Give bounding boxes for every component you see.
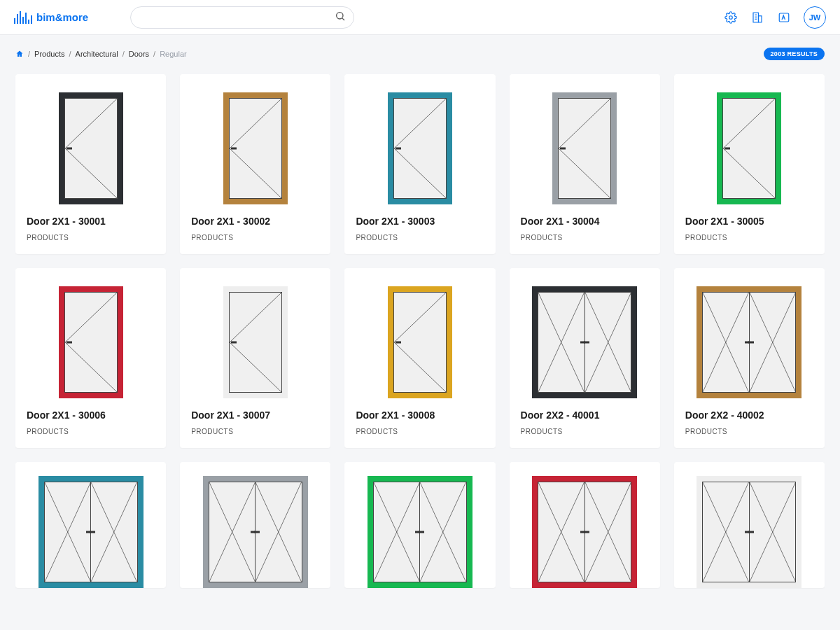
product-title: Door 2X1 - 30006 [27,410,155,421]
product-category: PRODUCTS [27,428,155,435]
svg-line-9 [65,99,117,148]
door-icon [203,476,308,588]
product-title: Door 2X1 - 30005 [685,216,813,227]
product-title: Door 2X1 - 30007 [191,410,319,421]
product-card[interactable]: Door 2X2 - 40007PRODUCTS [674,462,825,588]
product-thumbnail [15,268,166,401]
svg-line-24 [394,342,446,392]
door-icon [368,476,472,588]
header-actions: JW [724,6,826,29]
crumb-doors[interactable]: Doors [129,50,149,58]
product-thumbnail [510,74,660,207]
search-icon[interactable] [335,10,346,24]
svg-line-15 [559,99,610,148]
svg-point-0 [337,12,343,18]
product-card[interactable]: Door 2X2 - 40001PRODUCTS [510,268,660,448]
product-title: Door 2X1 - 30008 [356,410,484,421]
svg-rect-3 [753,13,759,22]
door-icon [552,92,617,204]
language-icon[interactable] [777,10,791,24]
product-card[interactable]: Door 2X1 - 30008PRODUCTS [344,268,495,448]
product-title: Door 2X2 - 40002 [685,410,813,421]
product-category: PRODUCTS [521,428,649,435]
product-thumbnail [510,462,660,588]
product-card[interactable]: Door 2X1 - 30001PRODUCTS [15,74,166,254]
product-thumbnail [674,462,825,588]
results-count-badge: 2003 RESULTS [764,48,825,60]
svg-line-21 [230,293,281,342]
product-card[interactable]: Door 2X2 - 40006PRODUCTS [510,462,660,588]
svg-line-16 [559,148,610,198]
product-title: Door 2X1 - 30001 [27,216,155,227]
logo-mark-icon [14,11,32,24]
search-input[interactable] [130,6,354,29]
svg-line-1 [342,18,344,20]
door-icon [59,286,123,398]
door-icon [223,92,288,204]
svg-line-23 [394,293,446,342]
product-thumbnail [674,74,825,207]
product-category: PRODUCTS [27,234,155,241]
product-category: PRODUCTS [685,234,813,241]
breadcrumb-row: / Products / Architectural / Doors / Reg… [0,35,840,70]
product-thumbnail [344,74,495,207]
home-icon[interactable] [15,50,24,58]
search-container [130,6,354,29]
svg-line-13 [394,99,446,148]
user-avatar[interactable]: JW [804,6,826,29]
product-card[interactable]: Door 2X2 - 40004PRODUCTS [180,462,330,588]
door-icon [223,286,288,398]
door-icon [717,92,781,204]
avatar-initials: JW [809,13,821,22]
settings-icon[interactable] [724,10,738,24]
product-thumbnail [180,462,330,588]
product-card[interactable]: Door 2X1 - 30007PRODUCTS [180,268,330,448]
product-card[interactable]: Door 2X2 - 40003PRODUCTS [15,462,166,588]
svg-line-11 [230,99,281,148]
product-thumbnail [180,74,330,207]
svg-line-22 [230,342,281,392]
product-card[interactable]: Door 2X1 - 30004PRODUCTS [510,74,660,254]
door-icon [532,476,637,588]
crumb-products[interactable]: Products [34,50,64,58]
product-card[interactable]: Door 2X1 - 30003PRODUCTS [344,74,495,254]
product-card[interactable]: Door 2X1 - 30005PRODUCTS [674,74,825,254]
product-thumbnail [15,74,166,207]
door-icon [59,92,123,204]
product-grid: Door 2X1 - 30001PRODUCTS Door 2X1 - 3000… [0,70,840,603]
product-card[interactable]: Door 2X2 - 40005PRODUCTS [344,462,495,588]
product-card[interactable]: Door 2X1 - 30002PRODUCTS [180,74,330,254]
product-category: PRODUCTS [356,428,484,435]
product-card[interactable]: Door 2X1 - 30006PRODUCTS [15,268,166,448]
product-category: PRODUCTS [191,234,319,241]
product-card[interactable]: Door 2X2 - 40002PRODUCTS [674,268,825,448]
breadcrumb: / Products / Architectural / Doors / Reg… [15,50,187,58]
product-title: Door 2X2 - 40001 [521,410,649,421]
building-icon[interactable] [750,10,764,24]
product-title: Door 2X1 - 30003 [356,216,484,227]
svg-line-10 [65,148,117,198]
brand-logo[interactable]: bim&more [14,11,88,24]
product-thumbnail [510,268,660,401]
product-thumbnail [15,462,166,588]
brand-name: bim&more [36,11,88,23]
product-category: PRODUCTS [685,428,813,435]
product-category: PRODUCTS [191,428,319,435]
svg-line-14 [394,148,446,198]
app-header: bim&more J [0,0,840,35]
svg-line-12 [230,148,281,198]
crumb-architectural[interactable]: Architectural [76,50,118,58]
door-icon [696,286,802,398]
door-icon [38,476,144,588]
door-icon [532,286,637,398]
crumb-current: Regular [160,50,187,58]
door-icon [696,476,802,588]
svg-line-18 [723,148,775,198]
svg-rect-4 [759,15,762,22]
svg-line-20 [65,342,117,392]
svg-point-2 [729,15,733,19]
product-thumbnail [344,462,495,588]
door-icon [388,92,452,204]
product-thumbnail [344,268,495,401]
product-category: PRODUCTS [356,234,484,241]
